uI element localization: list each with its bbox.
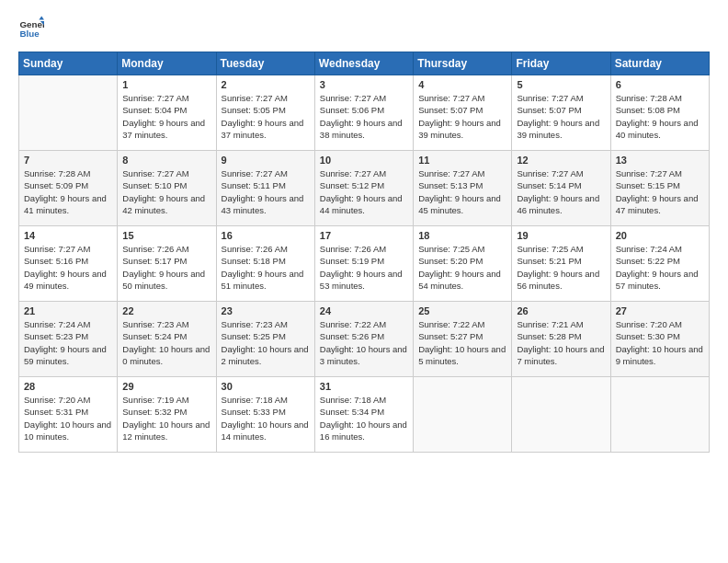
- calendar-cell: 5Sunrise: 7:27 AM Sunset: 5:07 PM Daylig…: [512, 75, 610, 151]
- calendar-cell: 15Sunrise: 7:26 AM Sunset: 5:17 PM Dayli…: [118, 226, 216, 302]
- calendar-week-0: 1Sunrise: 7:27 AM Sunset: 5:04 PM Daylig…: [19, 75, 710, 151]
- day-detail: Sunrise: 7:27 AM Sunset: 5:16 PM Dayligh…: [24, 243, 112, 292]
- day-detail: Sunrise: 7:26 AM Sunset: 5:18 PM Dayligh…: [222, 243, 310, 292]
- day-number: 17: [320, 230, 408, 241]
- day-number: 5: [517, 79, 605, 90]
- day-detail: Sunrise: 7:27 AM Sunset: 5:11 PM Dayligh…: [222, 167, 310, 216]
- day-detail: Sunrise: 7:22 AM Sunset: 5:26 PM Dayligh…: [320, 318, 408, 367]
- page-header: General Blue: [18, 15, 710, 40]
- day-detail: Sunrise: 7:27 AM Sunset: 5:12 PM Dayligh…: [320, 167, 408, 216]
- calendar-cell: [19, 75, 118, 151]
- col-header-tuesday: Tuesday: [216, 52, 314, 75]
- day-detail: Sunrise: 7:24 AM Sunset: 5:22 PM Dayligh…: [616, 243, 704, 292]
- day-detail: Sunrise: 7:25 AM Sunset: 5:20 PM Dayligh…: [418, 243, 506, 292]
- day-detail: Sunrise: 7:27 AM Sunset: 5:14 PM Dayligh…: [517, 167, 605, 216]
- calendar-cell: [610, 377, 709, 453]
- calendar-cell: 2Sunrise: 7:27 AM Sunset: 5:05 PM Daylig…: [216, 75, 314, 151]
- calendar-cell: 13Sunrise: 7:27 AM Sunset: 5:15 PM Dayli…: [610, 151, 709, 226]
- day-number: 7: [24, 155, 112, 166]
- calendar-cell: 1Sunrise: 7:27 AM Sunset: 5:04 PM Daylig…: [118, 75, 216, 151]
- day-number: 4: [418, 79, 506, 90]
- day-number: 1: [122, 79, 210, 90]
- day-detail: Sunrise: 7:27 AM Sunset: 5:06 PM Dayligh…: [320, 92, 408, 141]
- calendar-cell: 9Sunrise: 7:27 AM Sunset: 5:11 PM Daylig…: [216, 151, 314, 226]
- calendar-cell: 20Sunrise: 7:24 AM Sunset: 5:22 PM Dayli…: [610, 226, 709, 302]
- calendar-cell: 28Sunrise: 7:20 AM Sunset: 5:31 PM Dayli…: [19, 377, 118, 453]
- day-detail: Sunrise: 7:20 AM Sunset: 5:30 PM Dayligh…: [616, 318, 704, 367]
- day-detail: Sunrise: 7:18 AM Sunset: 5:33 PM Dayligh…: [222, 394, 310, 442]
- day-number: 20: [616, 230, 704, 241]
- day-number: 2: [222, 79, 310, 90]
- calendar-cell: 6Sunrise: 7:28 AM Sunset: 5:08 PM Daylig…: [610, 75, 709, 151]
- calendar-header-row: SundayMondayTuesdayWednesdayThursdayFrid…: [19, 52, 710, 75]
- calendar-cell: 26Sunrise: 7:21 AM Sunset: 5:28 PM Dayli…: [512, 302, 610, 377]
- day-detail: Sunrise: 7:26 AM Sunset: 5:19 PM Dayligh…: [320, 243, 408, 292]
- day-detail: Sunrise: 7:24 AM Sunset: 5:23 PM Dayligh…: [24, 318, 112, 367]
- day-number: 25: [418, 305, 506, 316]
- calendar-cell: 4Sunrise: 7:27 AM Sunset: 5:07 PM Daylig…: [414, 75, 512, 151]
- calendar-cell: 30Sunrise: 7:18 AM Sunset: 5:33 PM Dayli…: [216, 377, 314, 453]
- calendar-cell: 24Sunrise: 7:22 AM Sunset: 5:26 PM Dayli…: [314, 302, 413, 377]
- day-number: 29: [122, 381, 210, 392]
- day-number: 22: [122, 305, 210, 316]
- day-detail: Sunrise: 7:23 AM Sunset: 5:24 PM Dayligh…: [122, 318, 210, 367]
- calendar-week-1: 7Sunrise: 7:28 AM Sunset: 5:09 PM Daylig…: [19, 151, 710, 226]
- day-number: 3: [320, 79, 408, 90]
- calendar-cell: 8Sunrise: 7:27 AM Sunset: 5:10 PM Daylig…: [118, 151, 216, 226]
- logo-icon: General Blue: [18, 15, 44, 40]
- calendar-cell: 12Sunrise: 7:27 AM Sunset: 5:14 PM Dayli…: [512, 151, 610, 226]
- day-detail: Sunrise: 7:22 AM Sunset: 5:27 PM Dayligh…: [418, 318, 506, 367]
- calendar-cell: 25Sunrise: 7:22 AM Sunset: 5:27 PM Dayli…: [414, 302, 512, 377]
- logo: General Blue: [18, 15, 48, 40]
- day-detail: Sunrise: 7:21 AM Sunset: 5:28 PM Dayligh…: [517, 318, 605, 367]
- calendar-cell: 3Sunrise: 7:27 AM Sunset: 5:06 PM Daylig…: [314, 75, 413, 151]
- calendar-table: SundayMondayTuesdayWednesdayThursdayFrid…: [18, 52, 710, 453]
- day-detail: Sunrise: 7:27 AM Sunset: 5:07 PM Dayligh…: [418, 92, 506, 141]
- day-number: 31: [320, 381, 408, 392]
- day-number: 21: [24, 305, 112, 316]
- calendar-cell: [414, 377, 512, 453]
- day-number: 9: [222, 155, 310, 166]
- day-detail: Sunrise: 7:28 AM Sunset: 5:08 PM Dayligh…: [616, 92, 704, 141]
- col-header-sunday: Sunday: [19, 52, 118, 75]
- page-container: General Blue SundayMondayTuesdayWednesda…: [0, 0, 728, 462]
- calendar-cell: 29Sunrise: 7:19 AM Sunset: 5:32 PM Dayli…: [118, 377, 216, 453]
- calendar-cell: 27Sunrise: 7:20 AM Sunset: 5:30 PM Dayli…: [610, 302, 709, 377]
- day-number: 24: [320, 305, 408, 316]
- day-number: 10: [320, 155, 408, 166]
- col-header-saturday: Saturday: [610, 52, 709, 75]
- day-detail: Sunrise: 7:27 AM Sunset: 5:05 PM Dayligh…: [222, 92, 310, 141]
- day-number: 8: [122, 155, 210, 166]
- day-detail: Sunrise: 7:20 AM Sunset: 5:31 PM Dayligh…: [24, 394, 112, 442]
- day-number: 28: [24, 381, 112, 392]
- calendar-cell: 16Sunrise: 7:26 AM Sunset: 5:18 PM Dayli…: [216, 226, 314, 302]
- col-header-monday: Monday: [118, 52, 216, 75]
- svg-text:Blue: Blue: [19, 29, 40, 39]
- day-detail: Sunrise: 7:27 AM Sunset: 5:10 PM Dayligh…: [122, 167, 210, 216]
- calendar-cell: 31Sunrise: 7:18 AM Sunset: 5:34 PM Dayli…: [314, 377, 413, 453]
- day-number: 23: [222, 305, 310, 316]
- day-detail: Sunrise: 7:27 AM Sunset: 5:15 PM Dayligh…: [616, 167, 704, 216]
- day-number: 19: [517, 230, 605, 241]
- day-detail: Sunrise: 7:23 AM Sunset: 5:25 PM Dayligh…: [222, 318, 310, 367]
- calendar-cell: 19Sunrise: 7:25 AM Sunset: 5:21 PM Dayli…: [512, 226, 610, 302]
- calendar-week-3: 21Sunrise: 7:24 AM Sunset: 5:23 PM Dayli…: [19, 302, 710, 377]
- calendar-cell: 21Sunrise: 7:24 AM Sunset: 5:23 PM Dayli…: [19, 302, 118, 377]
- col-header-wednesday: Wednesday: [314, 52, 413, 75]
- calendar-cell: 7Sunrise: 7:28 AM Sunset: 5:09 PM Daylig…: [19, 151, 118, 226]
- day-detail: Sunrise: 7:27 AM Sunset: 5:13 PM Dayligh…: [418, 167, 506, 216]
- day-number: 15: [122, 230, 210, 241]
- col-header-friday: Friday: [512, 52, 610, 75]
- day-detail: Sunrise: 7:19 AM Sunset: 5:32 PM Dayligh…: [122, 394, 210, 442]
- col-header-thursday: Thursday: [414, 52, 512, 75]
- day-number: 6: [616, 79, 704, 90]
- calendar-cell: [512, 377, 610, 453]
- day-detail: Sunrise: 7:27 AM Sunset: 5:04 PM Dayligh…: [122, 92, 210, 141]
- day-number: 30: [222, 381, 310, 392]
- day-number: 27: [616, 305, 704, 316]
- calendar-cell: 10Sunrise: 7:27 AM Sunset: 5:12 PM Dayli…: [314, 151, 413, 226]
- day-number: 12: [517, 155, 605, 166]
- calendar-cell: 18Sunrise: 7:25 AM Sunset: 5:20 PM Dayli…: [414, 226, 512, 302]
- svg-marker-2: [39, 16, 44, 19]
- calendar-cell: 14Sunrise: 7:27 AM Sunset: 5:16 PM Dayli…: [19, 226, 118, 302]
